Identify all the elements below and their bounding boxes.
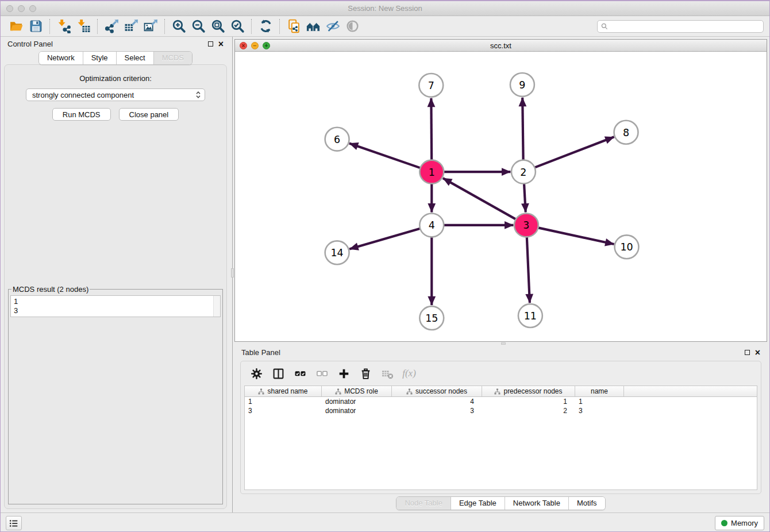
graph-node-1[interactable]: 1 bbox=[419, 160, 444, 184]
control-panel-header: Control Panel × bbox=[1, 37, 230, 51]
hide-graphics-details-button[interactable] bbox=[323, 18, 342, 35]
graph-node-2[interactable]: 2 bbox=[511, 160, 536, 184]
table-row[interactable]: 3dominator323 bbox=[245, 406, 757, 415]
copy-network-button[interactable] bbox=[284, 18, 303, 35]
graph-edge-4-14[interactable] bbox=[349, 228, 421, 249]
close-window-icon[interactable] bbox=[6, 5, 13, 12]
export-table-button[interactable] bbox=[121, 18, 141, 35]
graph-edge-1-6[interactable] bbox=[349, 144, 421, 168]
tab-mcds[interactable]: MCDS bbox=[153, 52, 192, 64]
save-session-button[interactable] bbox=[26, 18, 45, 35]
unselect-all-columns-button[interactable] bbox=[313, 365, 330, 381]
criterion-dropdown[interactable]: strongly connected component bbox=[26, 88, 205, 101]
split-panel-button[interactable] bbox=[270, 365, 287, 381]
memory-button[interactable]: Memory bbox=[715, 516, 764, 530]
node-table: shared nameMCDS rolesuccessor nodesprede… bbox=[244, 385, 757, 490]
graph-node-14[interactable]: 14 bbox=[325, 241, 349, 264]
graph-edge-1-7[interactable] bbox=[431, 98, 432, 160]
node-label: 10 bbox=[620, 241, 633, 253]
refresh-layout-button[interactable] bbox=[256, 18, 275, 35]
tab-motifs[interactable]: Motifs bbox=[568, 497, 605, 510]
first-neighbors-button[interactable] bbox=[303, 18, 323, 35]
open-session-button[interactable] bbox=[6, 18, 26, 35]
tab-network-table[interactable]: Network Table bbox=[505, 497, 568, 510]
table-cell[interactable]: 3 bbox=[575, 406, 624, 415]
tab-style[interactable]: Style bbox=[83, 52, 116, 64]
vertical-splitter[interactable] bbox=[230, 37, 234, 512]
table-cell[interactable]: 1 bbox=[575, 397, 624, 406]
mcds-result-text[interactable]: 13 bbox=[10, 295, 221, 317]
graph-node-11[interactable]: 11 bbox=[518, 304, 542, 327]
table-cell[interactable]: 3 bbox=[392, 406, 482, 415]
export-image-button[interactable] bbox=[141, 18, 160, 35]
table-cell[interactable]: 4 bbox=[392, 397, 482, 406]
table-cell[interactable]: dominator bbox=[322, 397, 392, 406]
minimize-window-icon[interactable] bbox=[18, 5, 25, 12]
close-panel-button[interactable]: Close panel bbox=[119, 108, 179, 121]
float-panel-icon[interactable] bbox=[745, 350, 750, 355]
table-cell[interactable]: dominator bbox=[322, 406, 392, 415]
minimize-network-icon[interactable]: − bbox=[251, 42, 259, 49]
column-label: successor nodes bbox=[415, 387, 467, 395]
tab-network[interactable]: Network bbox=[39, 52, 83, 64]
search-input[interactable] bbox=[610, 22, 760, 30]
zoom-out-icon bbox=[191, 19, 206, 33]
run-mcds-button[interactable]: Run MCDS bbox=[52, 108, 111, 121]
network-canvas[interactable]: 7 9 6 8 1 2 4 3 14 10 15 11 bbox=[235, 52, 767, 341]
result-scrollbar[interactable] bbox=[213, 296, 220, 317]
zoom-selected-button[interactable] bbox=[228, 18, 247, 35]
table-settings-button[interactable] bbox=[248, 365, 265, 381]
tab-select[interactable]: Select bbox=[116, 52, 153, 64]
close-panel-icon[interactable]: × bbox=[218, 41, 224, 47]
sort-column-icon bbox=[258, 388, 264, 395]
splitter-grip[interactable] bbox=[231, 268, 234, 277]
table-cell[interactable]: 3 bbox=[245, 406, 322, 415]
graph-edge-3-10[interactable] bbox=[537, 228, 614, 244]
graph-node-6[interactable]: 6 bbox=[325, 128, 349, 151]
float-panel-icon[interactable] bbox=[208, 41, 213, 47]
graph-edge-2-3[interactable] bbox=[524, 183, 526, 212]
graph-edge-2-9[interactable] bbox=[522, 98, 523, 160]
toolbar-separator bbox=[251, 19, 252, 34]
add-column-button[interactable] bbox=[335, 365, 352, 381]
import-table-button[interactable] bbox=[74, 18, 93, 35]
graph-node-15[interactable]: 15 bbox=[419, 306, 444, 330]
zoom-fit-content-button[interactable] bbox=[208, 18, 228, 35]
column-header-predecessor-nodes[interactable]: predecessor nodes bbox=[482, 386, 575, 396]
zoom-window-icon[interactable] bbox=[29, 5, 36, 12]
graph-node-4[interactable]: 4 bbox=[419, 213, 444, 237]
delete-column-button[interactable] bbox=[357, 365, 374, 381]
import-network-button[interactable] bbox=[54, 18, 74, 35]
column-header-successor-nodes[interactable]: successor nodes bbox=[392, 386, 482, 396]
graph-node-9[interactable]: 9 bbox=[510, 73, 534, 97]
zoom-network-icon[interactable]: + bbox=[263, 42, 270, 49]
tab-edge-table[interactable]: Edge Table bbox=[451, 497, 505, 510]
task-history-button[interactable] bbox=[6, 516, 22, 530]
table-cell[interactable]: 1 bbox=[245, 397, 322, 406]
node-label: 11 bbox=[524, 310, 537, 322]
graph-node-8[interactable]: 8 bbox=[614, 121, 638, 144]
graph-edge-3-1[interactable] bbox=[443, 178, 517, 219]
table-cell[interactable]: 1 bbox=[482, 397, 575, 406]
table-tabs: Node TableEdge TableNetwork TableMotifs bbox=[234, 494, 767, 512]
splitter-grip[interactable] bbox=[501, 342, 506, 345]
zoom-out-button[interactable] bbox=[188, 18, 208, 35]
graph-edge-2-8[interactable] bbox=[534, 137, 614, 168]
tab-node-table[interactable]: Node Table bbox=[396, 497, 451, 510]
column-header-shared-name[interactable]: shared name bbox=[245, 386, 322, 396]
table-cell[interactable]: 2 bbox=[482, 406, 575, 415]
column-header-name[interactable]: name bbox=[575, 386, 624, 396]
table-row[interactable]: 1dominator411 bbox=[245, 397, 757, 406]
select-all-columns-button[interactable] bbox=[291, 365, 309, 381]
column-header-MCDS-role[interactable]: MCDS role bbox=[322, 386, 392, 396]
close-panel-icon[interactable]: × bbox=[755, 350, 760, 356]
zoom-fit-content-icon bbox=[211, 19, 225, 33]
graph-node-7[interactable]: 7 bbox=[419, 74, 443, 97]
graph-node-10[interactable]: 10 bbox=[615, 235, 639, 259]
close-network-icon[interactable]: × bbox=[240, 42, 247, 49]
horizontal-splitter[interactable] bbox=[234, 342, 767, 345]
graph-node-3[interactable]: 3 bbox=[514, 213, 538, 237]
graph-edge-3-11[interactable] bbox=[527, 237, 530, 303]
export-network-button[interactable] bbox=[102, 18, 121, 35]
zoom-in-button[interactable] bbox=[169, 18, 188, 35]
